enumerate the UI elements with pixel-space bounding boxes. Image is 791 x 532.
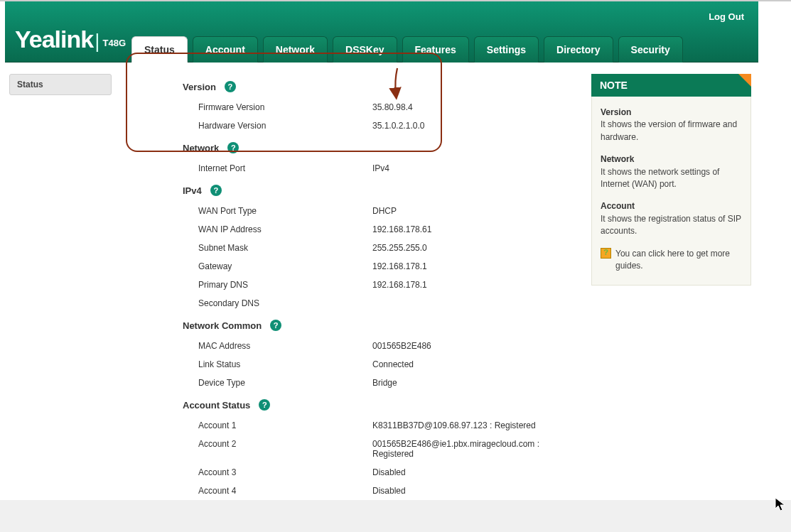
row-label: Hardware Version (198, 121, 372, 131)
main-tabs: StatusAccountNetworkDSSKeyFeaturesSettin… (131, 36, 683, 63)
help-icon[interactable]: ? (259, 399, 270, 411)
logout-link[interactable]: Log Out (709, 11, 744, 22)
tab-security[interactable]: Security (618, 36, 683, 63)
tab-settings[interactable]: Settings (474, 36, 539, 63)
row-label: Internet Port (198, 163, 372, 173)
row-value: 35.80.98.4 (372, 102, 583, 112)
row-value: Bridge (372, 378, 583, 388)
status-row: Account 2001565B2E486@ie1.pbx.mirageclou… (133, 435, 583, 463)
note-block: VersionIt shows the version of firmware … (601, 107, 742, 143)
status-row: Account 4Disabled (133, 482, 583, 500)
status-row: Link StatusConnected (133, 355, 583, 374)
status-row: Internet PortIPv4 (133, 159, 583, 178)
sidebar-item-status[interactable]: Status (9, 74, 112, 95)
section-title-account_status: Account Status? (133, 392, 583, 416)
sidebar: Status (5, 63, 119, 95)
row-label: Account 2 (198, 439, 372, 459)
row-value: K8311BB37D@109.68.97.123 : Registered (372, 420, 583, 430)
help-icon[interactable]: ? (227, 142, 239, 153)
brand: Yealink | T48G (15, 26, 126, 53)
help-icon[interactable]: ? (210, 185, 222, 196)
section-title-network: Network? (133, 135, 583, 159)
row-value: 35.1.0.2.1.0.0 (372, 121, 583, 131)
status-row: Gateway192.168.178.1 (133, 257, 583, 276)
status-row: Account 3Disabled (133, 463, 583, 482)
row-value (372, 298, 583, 308)
section-title-version: Version? (133, 74, 583, 98)
status-row: MAC Address001565B2E486 (133, 337, 583, 355)
tab-network[interactable]: Network (263, 36, 328, 63)
note-fold-icon (738, 74, 751, 87)
row-value: 192.168.178.61 (372, 224, 583, 234)
section-title-ipv4: IPv4? (133, 178, 583, 202)
row-label: Device Type (198, 378, 372, 388)
brand-model: T48G (102, 38, 126, 48)
tab-features[interactable]: Features (402, 36, 469, 63)
tab-directory[interactable]: Directory (544, 36, 613, 63)
row-label: Primary DNS (198, 280, 372, 290)
row-value: 001565B2E486@ie1.pbx.miragecloud.com : R… (372, 439, 583, 459)
tab-status[interactable]: Status (131, 36, 188, 63)
status-row: WAN Port TypeDHCP (133, 202, 583, 220)
row-label: Firmware Version (198, 102, 372, 112)
row-label: MAC Address (198, 341, 372, 351)
row-value: 192.168.178.1 (372, 280, 583, 290)
row-value: DHCP (372, 206, 583, 216)
help-square-icon: ? (601, 248, 611, 259)
note-more-guides[interactable]: ?You can click here to get more guides. (601, 248, 742, 273)
main-content: Version?Firmware Version35.80.98.4Hardwa… (119, 63, 591, 500)
status-row: Account 1K8311BB37D@109.68.97.123 : Regi… (133, 416, 583, 435)
row-value: Connected (372, 359, 583, 369)
note-block: AccountIt shows the registration status … (601, 200, 742, 237)
row-value: Disabled (372, 467, 583, 477)
row-label: WAN IP Address (198, 224, 372, 234)
row-label: Account 1 (198, 420, 372, 430)
header-bar: Log Out Yealink | T48G StatusAccountNetw… (5, 1, 758, 63)
status-row: Firmware Version35.80.98.4 (133, 98, 583, 116)
tab-dsskey[interactable]: DSSKey (333, 36, 397, 63)
help-icon[interactable]: ? (270, 320, 281, 331)
status-row: Hardware Version35.1.0.2.1.0.0 (133, 116, 583, 135)
note-panel: NOTE VersionIt shows the version of firm… (591, 74, 751, 286)
status-row: WAN IP Address192.168.178.61 (133, 220, 583, 239)
row-value: 001565B2E486 (372, 341, 583, 351)
brand-name: Yealink (15, 26, 93, 53)
section-title-network_common: Network Common? (133, 313, 583, 337)
row-value: 255.255.255.0 (372, 243, 583, 253)
status-row: Primary DNS192.168.178.1 (133, 276, 583, 294)
row-label: Secondary DNS (198, 298, 372, 308)
status-row: Secondary DNS (133, 294, 583, 313)
row-label: WAN Port Type (198, 206, 372, 216)
status-row: Device TypeBridge (133, 374, 583, 392)
row-label: Gateway (198, 261, 372, 271)
row-label: Subnet Mask (198, 243, 372, 253)
row-value: Disabled (372, 486, 583, 496)
row-value: IPv4 (372, 163, 583, 173)
note-title: NOTE (591, 74, 751, 97)
row-label: Account 4 (198, 486, 372, 496)
tab-account[interactable]: Account (193, 36, 258, 63)
row-value: 192.168.178.1 (372, 261, 583, 271)
status-row: Subnet Mask255.255.255.0 (133, 239, 583, 257)
row-label: Link Status (198, 359, 372, 369)
row-label: Account 3 (198, 467, 372, 477)
help-icon[interactable]: ? (225, 81, 236, 92)
note-block: NetworkIt shows the network settings of … (601, 153, 742, 190)
